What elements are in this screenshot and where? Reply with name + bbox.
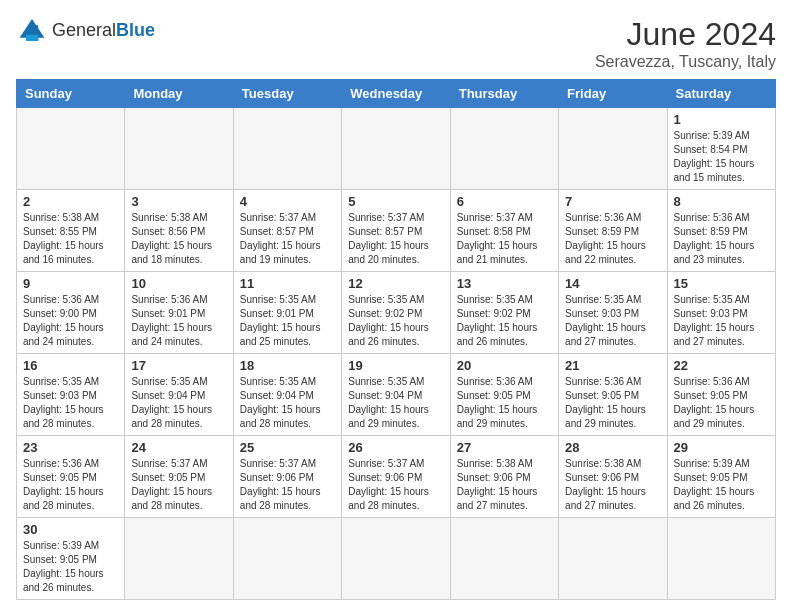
header-monday: Monday xyxy=(125,80,233,108)
day-17: 17 Sunrise: 5:35 AMSunset: 9:04 PMDaylig… xyxy=(125,354,233,436)
day-29: 29 Sunrise: 5:39 AMSunset: 9:05 PMDaylig… xyxy=(667,436,775,518)
day-20: 20 Sunrise: 5:36 AMSunset: 9:05 PMDaylig… xyxy=(450,354,558,436)
header-sunday: Sunday xyxy=(17,80,125,108)
day-9: 9 Sunrise: 5:36 AMSunset: 9:00 PMDayligh… xyxy=(17,272,125,354)
day-13: 13 Sunrise: 5:35 AMSunset: 9:02 PMDaylig… xyxy=(450,272,558,354)
empty-cell xyxy=(125,108,233,190)
logo-text: GeneralBlue xyxy=(52,20,155,41)
week-row-3: 9 Sunrise: 5:36 AMSunset: 9:00 PMDayligh… xyxy=(17,272,776,354)
month-title: June 2024 xyxy=(595,16,776,53)
day-18: 18 Sunrise: 5:35 AMSunset: 9:04 PMDaylig… xyxy=(233,354,341,436)
day-12: 12 Sunrise: 5:35 AMSunset: 9:02 PMDaylig… xyxy=(342,272,450,354)
header-wednesday: Wednesday xyxy=(342,80,450,108)
empty-cell xyxy=(17,108,125,190)
week-row-4: 16 Sunrise: 5:35 AMSunset: 9:03 PMDaylig… xyxy=(17,354,776,436)
header-friday: Friday xyxy=(559,80,667,108)
day-21: 21 Sunrise: 5:36 AMSunset: 9:05 PMDaylig… xyxy=(559,354,667,436)
empty-cell-30-tue xyxy=(233,518,341,600)
header-saturday: Saturday xyxy=(667,80,775,108)
day-16: 16 Sunrise: 5:35 AMSunset: 9:03 PMDaylig… xyxy=(17,354,125,436)
day-22: 22 Sunrise: 5:36 AMSunset: 9:05 PMDaylig… xyxy=(667,354,775,436)
header-thursday: Thursday xyxy=(450,80,558,108)
empty-cell xyxy=(559,108,667,190)
weekday-header-row: Sunday Monday Tuesday Wednesday Thursday… xyxy=(17,80,776,108)
day-28: 28 Sunrise: 5:38 AMSunset: 9:06 PMDaylig… xyxy=(559,436,667,518)
day-3: 3 Sunrise: 5:38 AMSunset: 8:56 PMDayligh… xyxy=(125,190,233,272)
week-row-1: 1 Sunrise: 5:39 AM Sunset: 8:54 PM Dayli… xyxy=(17,108,776,190)
week-row-5: 23 Sunrise: 5:36 AMSunset: 9:05 PMDaylig… xyxy=(17,436,776,518)
day-26: 26 Sunrise: 5:37 AMSunset: 9:06 PMDaylig… xyxy=(342,436,450,518)
location: Seravezza, Tuscany, Italy xyxy=(595,53,776,71)
empty-cell-30-sat xyxy=(667,518,775,600)
logo-icon xyxy=(16,16,48,44)
title-block: June 2024 Seravezza, Tuscany, Italy xyxy=(595,16,776,71)
header-tuesday: Tuesday xyxy=(233,80,341,108)
empty-cell xyxy=(342,108,450,190)
empty-cell-30-wed xyxy=(342,518,450,600)
calendar-table: Sunday Monday Tuesday Wednesday Thursday… xyxy=(16,79,776,600)
day-25: 25 Sunrise: 5:37 AMSunset: 9:06 PMDaylig… xyxy=(233,436,341,518)
day-23: 23 Sunrise: 5:36 AMSunset: 9:05 PMDaylig… xyxy=(17,436,125,518)
day-11: 11 Sunrise: 5:35 AMSunset: 9:01 PMDaylig… xyxy=(233,272,341,354)
day-1: 1 Sunrise: 5:39 AM Sunset: 8:54 PM Dayli… xyxy=(667,108,775,190)
week-row-6: 30 Sunrise: 5:39 AMSunset: 9:05 PMDaylig… xyxy=(17,518,776,600)
day-15: 15 Sunrise: 5:35 AMSunset: 9:03 PMDaylig… xyxy=(667,272,775,354)
week-row-2: 2 Sunrise: 5:38 AMSunset: 8:55 PMDayligh… xyxy=(17,190,776,272)
day-5: 5 Sunrise: 5:37 AMSunset: 8:57 PMDayligh… xyxy=(342,190,450,272)
page-header: GeneralBlue June 2024 Seravezza, Tuscany… xyxy=(16,16,776,71)
day-6: 6 Sunrise: 5:37 AMSunset: 8:58 PMDayligh… xyxy=(450,190,558,272)
empty-cell-30-fri xyxy=(559,518,667,600)
empty-cell-30-thu xyxy=(450,518,558,600)
empty-cell xyxy=(450,108,558,190)
day-30: 30 Sunrise: 5:39 AMSunset: 9:05 PMDaylig… xyxy=(17,518,125,600)
day-24: 24 Sunrise: 5:37 AMSunset: 9:05 PMDaylig… xyxy=(125,436,233,518)
day-2: 2 Sunrise: 5:38 AMSunset: 8:55 PMDayligh… xyxy=(17,190,125,272)
day-14: 14 Sunrise: 5:35 AMSunset: 9:03 PMDaylig… xyxy=(559,272,667,354)
empty-cell-30-mon xyxy=(125,518,233,600)
day-10: 10 Sunrise: 5:36 AMSunset: 9:01 PMDaylig… xyxy=(125,272,233,354)
svg-rect-2 xyxy=(26,35,38,41)
logo: GeneralBlue xyxy=(16,16,155,44)
day-19: 19 Sunrise: 5:35 AMSunset: 9:04 PMDaylig… xyxy=(342,354,450,436)
day-27: 27 Sunrise: 5:38 AMSunset: 9:06 PMDaylig… xyxy=(450,436,558,518)
empty-cell xyxy=(233,108,341,190)
day-7: 7 Sunrise: 5:36 AMSunset: 8:59 PMDayligh… xyxy=(559,190,667,272)
day-4: 4 Sunrise: 5:37 AMSunset: 8:57 PMDayligh… xyxy=(233,190,341,272)
day-8: 8 Sunrise: 5:36 AMSunset: 8:59 PMDayligh… xyxy=(667,190,775,272)
